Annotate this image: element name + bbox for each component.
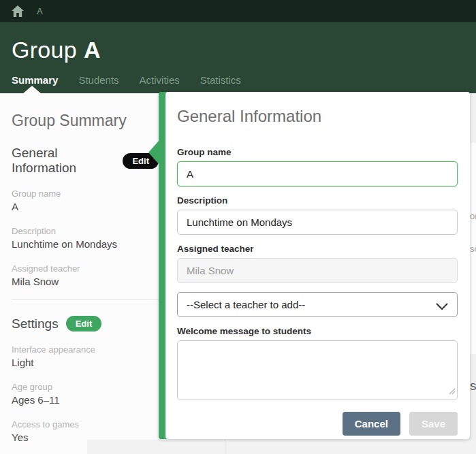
assigned-teacher-label: Assigned teacher [177, 244, 458, 254]
summary-field-interface-appearance: Interface appearance Light [12, 344, 159, 369]
field-label: Group name [12, 189, 159, 199]
general-information-heading: General Information [12, 146, 115, 176]
welcome-message-wrapper [177, 340, 458, 400]
summary-field-description: Description Lunchtime on Mondays [12, 226, 159, 250]
background-column-divider [225, 440, 225, 454]
field-value: Light [12, 357, 159, 369]
page-title-group-name: A [84, 37, 101, 63]
tab-activities[interactable]: Activities [140, 74, 180, 86]
popover-title: General Information [177, 107, 458, 126]
save-button[interactable]: Save [409, 412, 458, 436]
page-title-light: Group [12, 37, 77, 63]
teacher-select[interactable]: --Select a teacher to add-- [177, 292, 458, 317]
tab-summary[interactable]: Summary [12, 74, 58, 86]
summary-field-access-to-games: Access to games Yes [12, 419, 159, 444]
description-input[interactable] [177, 210, 458, 235]
group-name-input[interactable] [177, 161, 458, 187]
cancel-button[interactable]: Cancel [343, 412, 400, 436]
summary-field-assigned-teacher: Assigned teacher Mila Snow [12, 263, 159, 288]
clipped-background-text: sc [470, 244, 476, 254]
welcome-message-label: Welcome message to students [177, 326, 458, 336]
field-label: Age group [12, 382, 159, 392]
popover-pointer-arrow [148, 141, 159, 164]
settings-section-header: Settings Edit [12, 316, 159, 331]
summary-field-age-group: Age group Ages 6–11 [12, 382, 159, 406]
popover-button-row: Cancel Save [177, 412, 458, 436]
field-value: Yes [12, 432, 159, 444]
field-label: Interface appearance [12, 344, 159, 355]
background-strip-top [469, 93, 476, 143]
summary-field-group-name: Group name A [12, 189, 159, 213]
field-value: Lunchtime on Mondays [12, 238, 159, 250]
general-information-section-header: General Information Edit [12, 146, 159, 176]
general-information-edit-popover: General Information Group name Descripti… [159, 92, 470, 439]
field-value: Mila Snow [12, 276, 159, 288]
field-label: Assigned teacher [12, 263, 159, 274]
teacher-select-wrapper: --Select a teacher to add-- [177, 292, 458, 317]
field-value: A [12, 201, 159, 213]
assigned-teacher-input [177, 258, 458, 283]
page-header: GroupA Summary Students Activities Stati… [0, 22, 476, 93]
popover-form: General Information Group name Descripti… [165, 92, 470, 439]
edit-settings-button[interactable]: Edit [66, 316, 102, 331]
group-summary-title: Group Summary [12, 112, 159, 130]
section-divider [12, 299, 159, 300]
tab-bar: Summary Students Activities Statistics [12, 74, 241, 86]
page-title: GroupA [12, 37, 101, 63]
settings-heading: Settings [12, 317, 59, 331]
clipped-background-text: or [470, 211, 476, 221]
top-navigation-bar: A [0, 0, 476, 22]
field-value: Ages 6–11 [12, 394, 159, 406]
home-icon[interactable] [12, 5, 24, 17]
popover-accent-bar [159, 92, 165, 439]
breadcrumb[interactable]: A [37, 6, 43, 16]
field-label: Description [12, 226, 159, 236]
clipped-background-text: st [470, 378, 476, 393]
tab-students[interactable]: Students [78, 74, 118, 86]
group-summary-panel: Group Summary General Information Edit G… [12, 93, 159, 454]
welcome-message-textarea[interactable] [177, 340, 458, 400]
field-label: Access to games [12, 419, 159, 429]
group-name-label: Group name [177, 147, 458, 157]
description-label: Description [177, 195, 458, 206]
tab-statistics[interactable]: Statistics [200, 74, 241, 86]
background-strip-bottom [469, 354, 476, 454]
